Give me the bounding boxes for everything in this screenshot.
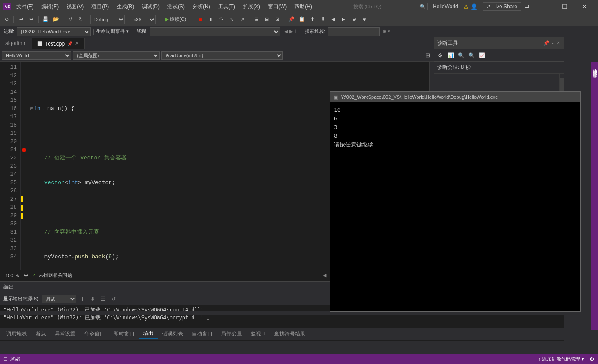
step-out-btn[interactable]: ↗ <box>237 15 247 24</box>
diag-zoom-in-btn[interactable]: 🔍 <box>467 51 476 60</box>
toolbar-btn-g[interactable]: ⬇ <box>318 15 327 24</box>
diag-close-btn[interactable]: ✕ <box>556 40 560 46</box>
diag-search-btn[interactable]: 🔍 <box>456 51 466 60</box>
tab-errorlist[interactable]: 错误列表 <box>158 329 187 339</box>
menu-test[interactable]: 测试(S) <box>164 2 188 11</box>
menu-analyze[interactable]: 分析(N) <box>189 2 214 11</box>
menu-window[interactable]: 窗口(W) <box>265 2 290 11</box>
toolbar-btn-2[interactable]: ↩ <box>16 15 26 24</box>
main-toolbar: ⊙ ↩ ↪ 💾 📂 ↺ ↻ Debug x86 ▶ 继续(C) ⏹ ⏸ ↷ ↘ … <box>0 13 598 26</box>
platform-dropdown[interactable]: x86 <box>130 15 156 24</box>
minimize-button[interactable]: — <box>535 0 555 13</box>
status-ready: 就绪 <box>10 356 20 362</box>
output-source-select[interactable]: 调试 <box>42 295 76 303</box>
final-status-bar: ☐ 就绪 ↑ 添加到源代码管理 ▾ ⚙ <box>0 354 598 364</box>
liveshare-button[interactable]: ↗ Live Share <box>483 2 521 11</box>
tab-testcpp-close[interactable]: ✕ <box>75 41 79 46</box>
tab-auto[interactable]: 自动窗口 <box>187 329 217 339</box>
add-to-source[interactable]: ↑ 添加到源代码管理 ▾ <box>538 356 584 362</box>
console-body: 10 6 3 8 请按任意键继续. . . <box>330 102 580 153</box>
menu-file[interactable]: 文件(F) <box>13 2 37 11</box>
tab-watch1[interactable]: 监视 1 <box>246 329 270 339</box>
debug-config-dropdown[interactable]: Debug <box>90 15 125 24</box>
diag-chart-btn[interactable]: 📈 <box>477 51 487 60</box>
expand-icon[interactable]: ⊞ <box>423 51 432 60</box>
toolbar-btn-j[interactable]: ⊕ <box>349 15 359 24</box>
menu-debug[interactable]: 调试(D) <box>138 2 163 11</box>
tab-output[interactable]: 输出 <box>139 329 158 339</box>
menu-edit[interactable]: 编辑(E) <box>38 2 62 11</box>
diag-toolbar: ⚙ 📊 🔍 🔍 📈 <box>434 49 564 62</box>
menu-help[interactable]: 帮助(H) <box>291 2 316 11</box>
menu-project[interactable]: 项目(P) <box>88 2 112 11</box>
zoom-select[interactable]: 100 % <box>3 273 29 279</box>
toolbar-btn-f[interactable]: ⬆ <box>307 15 317 24</box>
menu-bar: 文件(F) 编辑(E) 视图(V) 项目(P) 生成(B) 调试(D) 测试(S… <box>13 2 348 11</box>
diag-pin-btn[interactable]: 📌 <box>543 40 549 46</box>
toolbar-btn-a[interactable]: ⊟ <box>252 15 261 24</box>
toolbar-btn-i[interactable]: ▶ <box>339 15 348 24</box>
tab-breakpoints[interactable]: 断点 <box>31 329 50 339</box>
toolbar-btn-k[interactable]: ▾ <box>359 15 369 24</box>
tab-testcpp[interactable]: ⬜ Test.cpp 📌 ✕ <box>32 38 85 49</box>
menu-extensions[interactable]: 扩展(X) <box>239 2 264 11</box>
toolbar-separator-8 <box>249 16 249 23</box>
scope-select[interactable]: (全局范围) <box>73 51 160 60</box>
function-select[interactable]: ⊕ addone(int & n) <box>161 51 283 60</box>
toolbar-btn-d[interactable]: 📌 <box>287 15 296 24</box>
process-dropdown[interactable]: [18392] HelloWorld.exe <box>17 27 91 36</box>
diag-tab-bar: 诊断工具 📌 ▪ ✕ <box>434 37 564 49</box>
output-btn-1[interactable]: ⬆ <box>78 295 87 303</box>
console-line-3: 3 <box>334 123 577 132</box>
output-btn-4[interactable]: ↺ <box>109 295 118 303</box>
tab-locals[interactable]: 局部变量 <box>217 329 246 339</box>
menu-view[interactable]: 视图(V) <box>63 2 87 11</box>
step-over-btn[interactable]: ↷ <box>216 15 226 24</box>
code-line-11 <box>30 80 429 88</box>
toolbar-btn-1[interactable]: ⊙ <box>2 15 11 24</box>
tab-algorithm[interactable]: algorithm <box>0 38 32 49</box>
toolbar-btn-h[interactable]: ◀ <box>328 15 338 24</box>
tab-exceptions[interactable]: 异常设置 <box>50 329 80 339</box>
toolbar-btn-e[interactable]: 📋 <box>297 15 307 24</box>
output-btn-3[interactable]: ☰ <box>99 295 108 303</box>
maximize-button[interactable]: ☐ <box>555 0 575 13</box>
right-strip-text: 活动调试器破坏 <box>591 65 598 71</box>
diag-session-label: 诊断会话: 8 秒 <box>437 64 471 71</box>
tab-callstack[interactable]: 调用堆栈 <box>2 329 31 339</box>
toolbar-btn-b[interactable]: ⊞ <box>262 15 271 24</box>
progress-label: 进程: <box>3 28 14 35</box>
status-text: 未找到相关问题 <box>39 272 72 279</box>
diag-float-btn[interactable]: ▪ <box>552 41 554 46</box>
menu-build[interactable]: 生成(B) <box>113 2 137 11</box>
continue-btn[interactable]: ▶ 继续(C) <box>160 15 191 24</box>
toolbar-btn-save[interactable]: 💾 <box>41 15 50 24</box>
stop-btn[interactable]: ⏹ <box>196 15 205 24</box>
step-into-btn[interactable]: ↘ <box>227 15 236 24</box>
toolbar-btn-c[interactable]: ⊡ <box>272 15 282 24</box>
stack-search-input[interactable] <box>328 27 380 36</box>
tab-immediate[interactable]: 即时窗口 <box>109 329 139 339</box>
tab-findsymbol[interactable]: 查找符号结果 <box>270 329 310 339</box>
console-line-1: 10 <box>334 106 577 114</box>
diag-btn-1[interactable]: 📊 <box>446 51 455 60</box>
pin-icon: 📌 <box>67 41 72 46</box>
diag-settings-btn[interactable]: ⚙ <box>435 51 445 60</box>
tab-command[interactable]: 命令窗口 <box>80 329 109 339</box>
global-search-input[interactable] <box>350 3 428 10</box>
diag-title: 诊断工具 <box>437 39 543 47</box>
menu-tools[interactable]: 工具(T) <box>215 2 239 11</box>
settings-icon[interactable]: ⚙ <box>589 356 595 362</box>
project-select[interactable]: HelloWorld <box>2 51 71 60</box>
close-button[interactable]: ✕ <box>575 0 595 13</box>
pause-btn[interactable]: ⏸ <box>206 15 216 24</box>
output-btn-2[interactable]: ⬇ <box>88 295 97 303</box>
status-scroll[interactable]: ◀ <box>323 273 326 278</box>
toolbar-btn-2b[interactable]: ↪ <box>26 15 36 24</box>
toolbar-btn-undo[interactable]: ↺ <box>65 15 75 24</box>
toolbar-btn-redo[interactable]: ↻ <box>76 15 85 24</box>
line-numbers: 1112131415 1617181920 2122232425 2627282… <box>0 62 21 270</box>
toolbar-btn-saveall[interactable]: 📂 <box>51 15 61 24</box>
diag-session-bar: 诊断会话: 8 秒 <box>434 62 564 74</box>
thread-dropdown[interactable] <box>150 27 280 36</box>
